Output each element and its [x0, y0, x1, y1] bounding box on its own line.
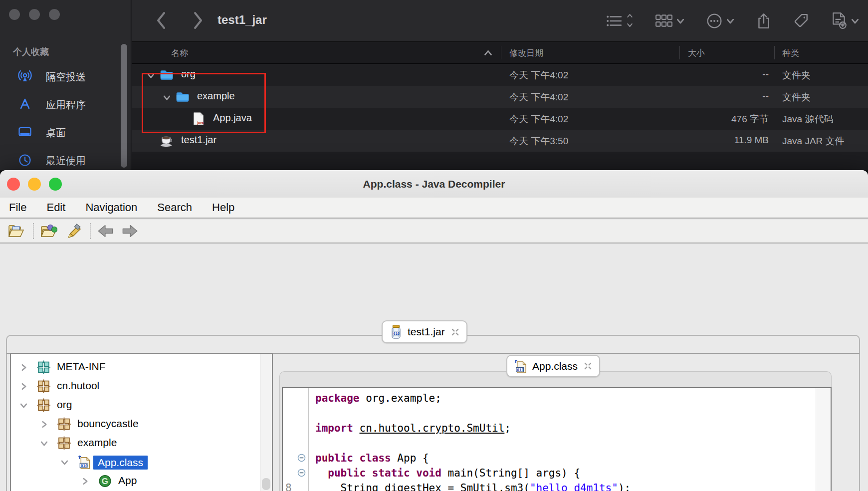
decompiler-titlebar: App.class - Java Decompiler [0, 170, 868, 198]
open-file-button[interactable] [7, 222, 25, 240]
class-file-icon [514, 359, 527, 373]
fold-gutter [297, 406, 308, 421]
tag-button[interactable] [793, 13, 809, 29]
file-size: -- [670, 69, 769, 80]
tree-scrollbar[interactable] [260, 354, 272, 491]
share-icon [756, 12, 771, 29]
column-header-kind[interactable]: 种类 [782, 47, 799, 59]
share-button[interactable] [756, 12, 771, 29]
tree-item-app-class[interactable]: App.class [11, 453, 272, 472]
back-button[interactable] [97, 222, 115, 240]
chevron-down-icon [676, 17, 684, 25]
sidebar-item-applications[interactable]: 应用程序 [0, 95, 118, 114]
forward-icon [121, 224, 138, 239]
code-text: public class App { [308, 451, 814, 466]
disclosure-chevron-icon[interactable] [40, 440, 48, 447]
package-teal-icon [37, 360, 50, 374]
decompiler-window-title: App.class - Java Decompiler [0, 178, 868, 190]
menu-file[interactable]: File [9, 201, 26, 214]
annotation-highlight-box [142, 73, 266, 133]
airdrop-icon [18, 69, 32, 83]
chevron-updown-icon [626, 12, 634, 30]
more-actions-icon [706, 13, 722, 29]
tag-icon [793, 13, 809, 29]
disclosure-chevron-icon[interactable] [20, 364, 27, 371]
code-text: import cn.hutool.crypto.SmUtil; [308, 421, 814, 436]
column-header-name[interactable]: 名称 [171, 47, 188, 59]
menu-search[interactable]: Search [157, 201, 192, 214]
file-date: 今天 下午4:02 [509, 69, 568, 82]
code-scrollbar[interactable] [816, 388, 831, 491]
tree-item-cn-hutool[interactable]: cn.hutool [11, 377, 272, 396]
open-type-button[interactable] [40, 222, 58, 240]
file-kind: 文件夹 [782, 91, 811, 104]
window-minimize-button[interactable] [29, 9, 40, 20]
package-tree-panel: META-INF cn.hutool org bouncycastle exam… [10, 353, 273, 491]
fold-collapse-icon[interactable] [297, 454, 306, 462]
decompiler-toolbar [0, 220, 868, 244]
menu-help[interactable]: Help [212, 201, 234, 214]
desktop-icon [18, 125, 32, 139]
new-document-icon [831, 12, 847, 30]
tree-item-meta-inf[interactable]: META-INF [11, 358, 272, 377]
menu-navigation[interactable]: Navigation [85, 201, 137, 214]
tree-item-label: META-INF [57, 361, 106, 373]
tree-item-label: org [57, 399, 72, 411]
tree-scrollbar-thumb[interactable] [262, 478, 270, 490]
line-number [283, 391, 297, 406]
forward-button[interactable] [121, 222, 139, 240]
tab-test1-jar[interactable]: test1.jar [382, 320, 467, 343]
sidebar-scrollbar[interactable] [121, 44, 127, 168]
line-number: 8 [283, 481, 297, 491]
disclosure-chevron-icon[interactable] [81, 478, 89, 485]
list-view-button[interactable] [606, 12, 634, 30]
close-icon[interactable] [451, 328, 459, 336]
jar-file-icon [390, 325, 403, 339]
finder-window: 个人收藏 隔空投送 应用程序 桌面 最近使用 test1_jar [0, 0, 868, 170]
sidebar-item-desktop[interactable]: 桌面 [0, 123, 118, 142]
window-zoom-button[interactable] [49, 9, 60, 20]
more-actions-button[interactable] [706, 13, 734, 29]
disclosure-chevron-icon[interactable] [40, 421, 48, 428]
code-text [308, 436, 814, 451]
column-divider[interactable] [679, 46, 680, 59]
tree-item-org[interactable]: org [11, 396, 272, 415]
column-divider[interactable] [501, 46, 501, 59]
disclosure-chevron-icon[interactable] [20, 402, 27, 409]
sidebar-item-recents[interactable]: 最近使用 [0, 151, 118, 170]
tab-app-class[interactable]: App.class [506, 355, 600, 377]
column-header-date[interactable]: 修改日期 [509, 47, 543, 59]
back-icon [97, 224, 114, 239]
fold-gutter [297, 391, 308, 406]
fold-collapse-icon[interactable] [297, 469, 306, 477]
disclosure-chevron-icon[interactable] [20, 383, 27, 390]
tree-item-example[interactable]: example [11, 434, 272, 453]
code-line [283, 406, 814, 421]
line-number [283, 466, 297, 481]
screen: 个人收藏 隔空投送 应用程序 桌面 最近使用 test1_jar [0, 0, 868, 491]
forward-icon[interactable] [191, 9, 206, 32]
group-view-button[interactable] [655, 14, 684, 28]
sort-ascending-icon[interactable] [484, 49, 492, 57]
column-divider[interactable] [774, 46, 775, 59]
finder-toolbar-icons [606, 10, 859, 32]
file-size: -- [670, 91, 769, 102]
open-type-icon [40, 224, 57, 239]
fold-gutter [297, 481, 308, 491]
column-header-size[interactable]: 大小 [688, 47, 705, 59]
search-button[interactable] [64, 222, 82, 240]
disclosure-chevron-icon[interactable] [61, 459, 68, 466]
sidebar-item-airdrop[interactable]: 隔空投送 [0, 67, 118, 86]
tree-item-bouncycastle[interactable]: bouncycastle [11, 415, 272, 434]
menu-edit[interactable]: Edit [46, 201, 65, 214]
back-icon[interactable] [154, 9, 169, 32]
tree-item-app[interactable]: App [11, 472, 272, 491]
finder-window-title: test1_jar [217, 13, 267, 27]
toolbar-separator [33, 223, 34, 239]
window-close-button[interactable] [9, 9, 20, 20]
new-document-button[interactable] [831, 12, 859, 30]
package-tree: META-INF cn.hutool org bouncycastle exam… [11, 354, 272, 491]
close-icon[interactable] [584, 362, 592, 370]
tab-label: test1.jar [408, 326, 445, 338]
file-size: 476 字节 [670, 113, 769, 126]
